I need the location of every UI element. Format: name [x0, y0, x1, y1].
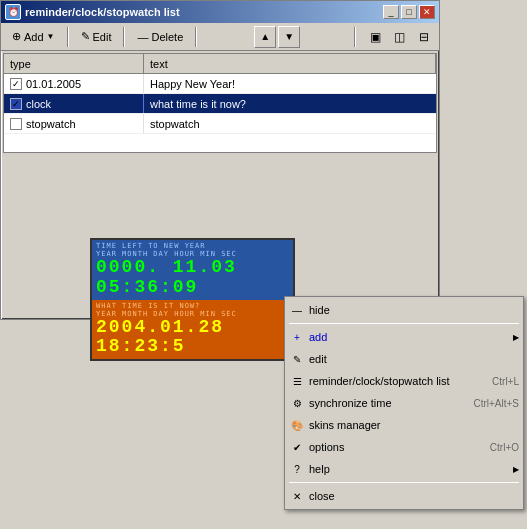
menu-item-hide[interactable]: — hide: [285, 299, 523, 321]
toolbar-separator-4: [354, 27, 356, 47]
window-icon: ⏰: [5, 4, 21, 20]
add-button[interactable]: ⊕ Add ▼: [5, 26, 62, 48]
edit-menu-icon: ✎: [289, 351, 305, 367]
row-checkbox-2[interactable]: [10, 98, 22, 110]
row-type-1: 01.01.2005: [4, 74, 144, 93]
row-text-3: stopwatch: [144, 116, 436, 132]
row-text-2: what time is it now?: [144, 96, 436, 112]
add-menu-icon: +: [289, 329, 305, 345]
window-title: reminder/clock/stopwatch list: [25, 6, 180, 18]
menu-item-skins[interactable]: 🎨 skins manager: [285, 414, 523, 436]
menu-item-list[interactable]: ☰ reminder/clock/stopwatch list Ctrl+L: [285, 370, 523, 392]
delete-label: Delete: [151, 31, 183, 43]
toolbar-separator-3: [195, 27, 197, 47]
list-menu-icon: ☰: [289, 373, 305, 389]
add-icon: ⊕: [12, 30, 21, 43]
row-type-label-2: clock: [26, 98, 51, 110]
sync-icon: ⚙: [289, 395, 305, 411]
clock-row-top: TIME LEFT TO NEW YEAR YEAR MONTH DAY HOU…: [92, 240, 293, 300]
row-type-label-3: stopwatch: [26, 118, 76, 130]
menu-separator-2: [289, 482, 519, 483]
help-arrow-icon: ▶: [513, 465, 519, 474]
table-header: type text: [4, 54, 436, 74]
menu-item-options[interactable]: ✔ options Ctrl+O: [285, 436, 523, 458]
menu-options-label: options: [309, 441, 484, 453]
row-type-2: clock: [4, 94, 144, 113]
table-row[interactable]: clock what time is it now?: [4, 94, 436, 114]
title-bar-buttons: _ □ ✕: [383, 5, 435, 19]
row-text-1: Happy New Year!: [144, 76, 436, 92]
close-menu-icon: ✕: [289, 488, 305, 504]
clock-bottom-label: WHAT TIME IS IT NOW?: [96, 302, 289, 310]
toolbar: ⊕ Add ▼ ✎ Edit — Delete ▲ ▼ ▣ ◫ ⊟: [1, 23, 439, 51]
minimize-button[interactable]: _: [383, 5, 399, 19]
menu-help-label: help: [309, 463, 507, 475]
list-shortcut: Ctrl+L: [492, 376, 519, 387]
col-header-type: type: [4, 54, 144, 73]
row-type-3: stopwatch: [4, 114, 144, 133]
delete-icon: —: [137, 31, 148, 43]
row-type-label-1: 01.01.2005: [26, 78, 81, 90]
hide-icon: —: [289, 302, 305, 318]
menu-item-close[interactable]: ✕ close: [285, 485, 523, 507]
nav-arrows: ▲ ▼: [254, 26, 300, 48]
context-menu: — hide + add ▶ ✎ edit ☰ reminder/clock/s…: [284, 296, 524, 510]
row-checkbox-1[interactable]: [10, 78, 22, 90]
nav-down-button[interactable]: ▼: [278, 26, 300, 48]
edit-button[interactable]: ✎ Edit: [74, 26, 119, 48]
col-header-text: text: [144, 54, 436, 73]
maximize-button[interactable]: □: [401, 5, 417, 19]
table-row[interactable]: stopwatch stopwatch: [4, 114, 436, 134]
menu-item-edit[interactable]: ✎ edit: [285, 348, 523, 370]
add-label: Add: [24, 31, 44, 43]
add-dropdown-icon: ▼: [47, 32, 55, 41]
sync-shortcut: Ctrl+Alt+S: [473, 398, 519, 409]
icon-btn-1[interactable]: ▣: [365, 26, 387, 48]
clock-display: TIME LEFT TO NEW YEAR YEAR MONTH DAY HOU…: [90, 238, 295, 361]
edit-label: Edit: [93, 31, 112, 43]
nav-up-button[interactable]: ▲: [254, 26, 276, 48]
menu-item-help[interactable]: ? help ▶: [285, 458, 523, 480]
icon-btn-2[interactable]: ◫: [389, 26, 411, 48]
menu-skins-label: skins manager: [309, 419, 519, 431]
row-checkbox-3[interactable]: [10, 118, 22, 130]
menu-separator-1: [289, 323, 519, 324]
delete-button[interactable]: — Delete: [130, 26, 190, 48]
toolbar-separator-1: [67, 27, 69, 47]
clock-top-value: 0000. 11.03 05:36:09: [96, 258, 289, 298]
right-icons: ▣ ◫ ⊟: [365, 26, 435, 48]
clock-top-label: TIME LEFT TO NEW YEAR: [96, 242, 289, 250]
clock-bottom-value: 2004.01.28 18:23:5: [96, 318, 289, 358]
edit-icon: ✎: [81, 30, 90, 43]
menu-item-sync[interactable]: ⚙ synchronize time Ctrl+Alt+S: [285, 392, 523, 414]
menu-sync-label: synchronize time: [309, 397, 467, 409]
add-arrow-icon: ▶: [513, 333, 519, 342]
title-bar-left: ⏰ reminder/clock/stopwatch list: [5, 4, 180, 20]
icon-btn-3[interactable]: ⊟: [413, 26, 435, 48]
close-window-button[interactable]: ✕: [419, 5, 435, 19]
menu-add-label: add: [309, 331, 507, 343]
title-bar: ⏰ reminder/clock/stopwatch list _ □ ✕: [1, 1, 439, 23]
menu-hide-label: hide: [309, 304, 519, 316]
clock-row-bottom: WHAT TIME IS IT NOW? YEAR MONTH DAY HOUR…: [92, 300, 293, 360]
skins-icon: 🎨: [289, 417, 305, 433]
options-icon: ✔: [289, 439, 305, 455]
toolbar-separator-2: [123, 27, 125, 47]
table-area: type text 01.01.2005 Happy New Year! clo…: [3, 53, 437, 153]
table-row[interactable]: 01.01.2005 Happy New Year!: [4, 74, 436, 94]
menu-item-add[interactable]: + add ▶: [285, 326, 523, 348]
menu-close-label: close: [309, 490, 519, 502]
help-icon: ?: [289, 461, 305, 477]
menu-list-label: reminder/clock/stopwatch list: [309, 375, 486, 387]
options-shortcut: Ctrl+O: [490, 442, 519, 453]
menu-edit-label: edit: [309, 353, 513, 365]
